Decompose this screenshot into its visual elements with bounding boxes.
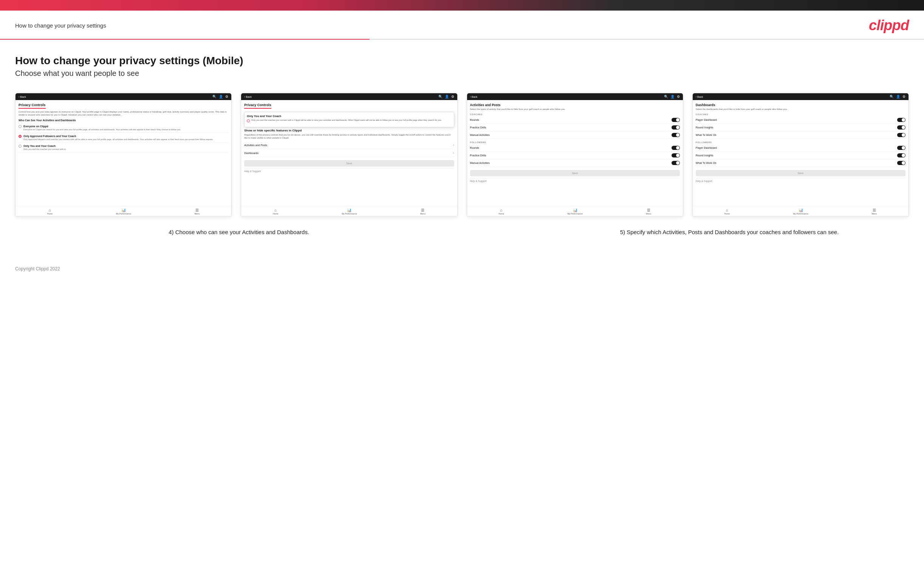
coaches-drills-toggle[interactable]: Practice Drills <box>470 124 680 131</box>
followers-work-on-toggle[interactable]: What To Work On <box>696 160 906 167</box>
phone2-icons: 🔍 👤 ⚙ <box>438 95 454 98</box>
search-icon[interactable]: 🔍 <box>212 95 216 98</box>
search-icon-3[interactable]: 🔍 <box>664 95 668 98</box>
phone4-topbar: ‹ Back 🔍 👤 ⚙ <box>693 93 908 100</box>
phone4-icons: 🔍 👤 ⚙ <box>890 95 906 98</box>
save-button-4[interactable]: Save <box>696 170 906 176</box>
coaches-rounds-toggle[interactable]: Rounds <box>470 116 680 124</box>
radio-followers[interactable]: Only Approved Followers and Your Coach O… <box>18 133 228 143</box>
phone2-bottom-nav: ⌂ Home 📊 My Performance ☰ Menu <box>241 206 457 216</box>
phone1-icons: 🔍 👤 ⚙ <box>212 95 228 98</box>
nav-performance-3[interactable]: 📊 My Performance <box>567 208 582 215</box>
followers-rounds-toggle[interactable]: Rounds <box>470 144 680 152</box>
page-header: How to change your privacy settings clip… <box>0 11 924 39</box>
nav-home-label-1: Home <box>47 213 53 215</box>
nav-menu-3[interactable]: ☰ Menu <box>646 208 651 215</box>
dashboards-title: Dashboards <box>696 103 906 107</box>
coaches-manual-toggle[interactable]: Manual Activities <box>470 131 680 139</box>
toggle-followers-manual[interactable] <box>672 161 680 165</box>
toggle-followers-drills[interactable] <box>672 153 680 158</box>
home-icon-4: ⌂ <box>726 208 728 212</box>
footer: Copyright Clippd 2022 <box>0 259 924 279</box>
save-button-2[interactable]: Save <box>244 160 454 166</box>
toggle-coaches-drills[interactable] <box>672 126 680 129</box>
phone-mockup-2: ‹ Back 🔍 👤 ⚙ Privacy Controls Only You a… <box>241 93 457 217</box>
followers-manual-toggle[interactable]: Manual Activities <box>470 160 680 167</box>
nav-home-4[interactable]: ⌂ Home <box>724 208 730 215</box>
person-icon-3[interactable]: 👤 <box>670 95 675 98</box>
nav-performance-2[interactable]: 📊 My Performance <box>342 208 357 215</box>
nav-home-3[interactable]: ⌂ Home <box>499 208 504 215</box>
toggle-coaches-work-on[interactable] <box>897 133 906 137</box>
radio-you-coach-text: Only You and Your Coach Only you and the… <box>23 144 66 151</box>
coaches-round-insights-toggle[interactable]: Round Insights <box>696 124 906 131</box>
save-button-3[interactable]: Save <box>470 170 680 176</box>
settings-icon-3[interactable]: ⚙ <box>677 95 680 98</box>
popup-text: Only you and the coaches you connect wit… <box>251 119 442 122</box>
nav-menu-4[interactable]: ☰ Menu <box>871 208 877 215</box>
breadcrumb-title: How to change your privacy settings <box>15 22 106 29</box>
toggle-followers-round-insights[interactable] <box>897 153 906 158</box>
followers-drills-toggle[interactable]: Practice Drills <box>470 152 680 160</box>
toggle-coaches-player-dash[interactable] <box>897 118 906 122</box>
phone4-back[interactable]: ‹ Back <box>696 95 703 98</box>
phone1-body-text: Control how you and your data appears to… <box>18 110 228 117</box>
nav-performance-4[interactable]: 📊 My Performance <box>793 208 808 215</box>
home-icon-2: ⌂ <box>275 208 277 212</box>
nav-menu-2[interactable]: ☰ Menu <box>420 208 425 215</box>
nav-home-label-2: Home <box>273 213 278 215</box>
toggle-followers-player-dash[interactable] <box>897 146 906 150</box>
phone-mockup-1: ‹ Back 🔍 👤 ⚙ Privacy Controls Control ho… <box>15 93 232 217</box>
phone1-bottom-nav: ⌂ Home 📊 My Performance ☰ Menu <box>16 206 231 216</box>
phone3-back[interactable]: ‹ Back <box>470 95 478 98</box>
toggle-followers-rounds[interactable] <box>672 146 680 150</box>
person-icon[interactable]: 👤 <box>219 95 223 98</box>
activities-desc: Select the types of activity that you'd … <box>470 108 680 111</box>
chevron-dashboards: › <box>453 151 454 155</box>
phone3-icons: 🔍 👤 ⚙ <box>664 95 680 98</box>
toggle-coaches-rounds[interactable] <box>672 118 680 122</box>
search-icon-2[interactable]: 🔍 <box>438 95 443 98</box>
phone1-privacy-title: Privacy Controls <box>18 103 46 109</box>
captions-row: 4) Choose who can see your Activities an… <box>15 228 909 236</box>
menu-activities-posts[interactable]: Activities and Posts › <box>244 141 454 149</box>
help-section-4: Help & Support <box>696 178 906 184</box>
nav-performance-1[interactable]: 📊 My Performance <box>116 208 131 215</box>
phone4-content: Dashboards Select the dashboards that yo… <box>693 100 908 206</box>
settings-icon-4[interactable]: ⚙ <box>903 95 906 98</box>
phone3-content: Activities and Posts Select the types of… <box>467 100 683 206</box>
radio-followers-circle <box>18 135 21 138</box>
phone2-topbar: ‹ Back 🔍 👤 ⚙ <box>241 93 457 100</box>
toggle-coaches-manual[interactable] <box>672 133 680 137</box>
page-subheading: Choose what you want people to see <box>15 69 909 78</box>
menu-icon-2: ☰ <box>421 208 425 212</box>
settings-icon-2[interactable]: ⚙ <box>451 95 454 98</box>
menu-dashboards[interactable]: Dashboards › <box>244 149 454 157</box>
search-icon-4[interactable]: 🔍 <box>890 95 894 98</box>
nav-home-1[interactable]: ⌂ Home <box>47 208 53 215</box>
popup-overlay: Only You and Your Coach Only you and the… <box>244 112 454 127</box>
radio-everyone[interactable]: Everyone on Clippd Everyone on Clippd ca… <box>18 123 228 133</box>
phone2-content: Privacy Controls Only You and Your Coach… <box>241 100 457 206</box>
toggle-followers-work-on[interactable] <box>897 161 906 165</box>
phone3-bottom-nav: ⌂ Home 📊 My Performance ☰ Menu <box>467 206 683 216</box>
phone-mockup-3: ‹ Back 🔍 👤 ⚙ Activities and Posts Select… <box>467 93 683 217</box>
coaches-work-on-toggle[interactable]: What To Work On <box>696 131 906 139</box>
coaches-label-3: COACHES <box>470 113 680 116</box>
person-icon-2[interactable]: 👤 <box>445 95 449 98</box>
phone2-back[interactable]: ‹ Back <box>244 95 252 98</box>
popup-radio-circle <box>247 119 250 122</box>
caption-4: 4) Choose who can see your Activities an… <box>168 228 457 236</box>
nav-menu-1[interactable]: ☰ Menu <box>195 208 200 215</box>
caption-5: 5) Specify which Activities, Posts and D… <box>620 228 909 236</box>
radio-you-coach[interactable]: Only You and Your Coach Only you and the… <box>18 143 228 153</box>
settings-icon[interactable]: ⚙ <box>225 95 228 98</box>
phone1-back[interactable]: ‹ Back <box>18 95 26 98</box>
screenshots-row: ‹ Back 🔍 👤 ⚙ Privacy Controls Control ho… <box>15 93 909 217</box>
coaches-player-dash-toggle[interactable]: Player Dashboard <box>696 116 906 124</box>
followers-round-insights-toggle[interactable]: Round Insights <box>696 152 906 160</box>
person-icon-4[interactable]: 👤 <box>896 95 900 98</box>
followers-player-dash-toggle[interactable]: Player Dashboard <box>696 144 906 152</box>
toggle-coaches-round-insights[interactable] <box>897 126 906 129</box>
nav-home-2[interactable]: ⌂ Home <box>273 208 278 215</box>
